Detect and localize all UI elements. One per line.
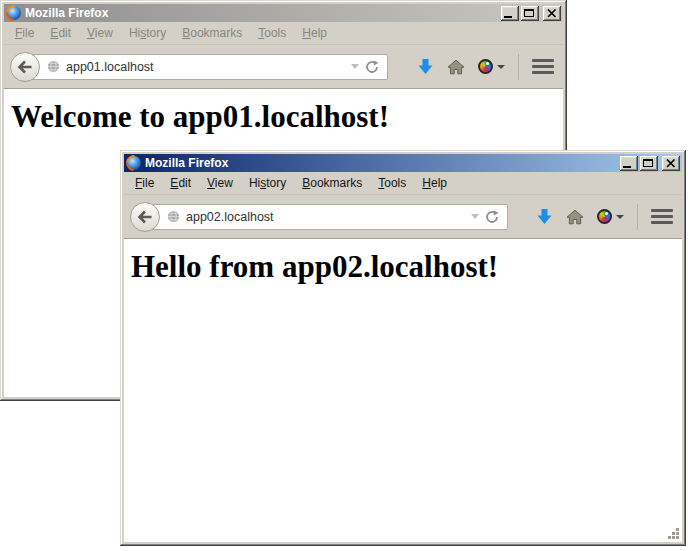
window-app02: Mozilla Firefox File Edit View History B… [120,150,686,546]
toolbar-separator [637,204,638,230]
menubar: File Edit View History Bookmarks Tools H… [124,172,682,195]
home-icon[interactable] [566,209,584,225]
home-icon[interactable] [447,59,465,75]
window-controls [501,6,561,21]
page-heading: Hello from app02.localhost! [131,249,682,285]
addon-dropdown-icon [616,215,624,219]
maximize-icon [524,9,534,17]
menu-label: ookmarks [190,26,242,40]
window-title: Mozilla Firefox [145,154,616,172]
url-input[interactable] [186,210,465,224]
menu-item-edit[interactable]: Edit [162,173,199,193]
menu-icon [651,221,673,224]
menu-item-help[interactable]: Help [414,173,455,193]
menu-label: iew [95,26,113,40]
url-input[interactable] [66,60,345,74]
close-icon [666,159,676,168]
menu-label: ile [142,176,154,190]
menu-item-file[interactable]: File [127,173,162,193]
back-icon [137,210,153,224]
navbar [124,195,682,239]
menu-label: Hi [249,176,260,190]
menu-label: dit [58,26,71,40]
urlbar-dropdown-icon[interactable] [471,214,479,219]
menu-label: V [207,176,215,190]
menu-label: ile [22,26,34,40]
menu-item-view[interactable]: View [199,173,241,193]
menu-item-history[interactable]: History [121,23,174,43]
minimize-icon [623,166,631,168]
menu-label: dit [178,176,191,190]
menu-label: ools [384,176,406,190]
page-content: Hello from app02.localhost! [124,239,682,542]
navbar-right-icons [417,54,554,80]
menu-icon [532,71,554,74]
firefox-icon [7,6,21,20]
addon-button[interactable] [597,209,624,224]
menu-label: Hi [129,26,140,40]
menu-button[interactable] [532,59,554,74]
urlbar-dropdown-icon[interactable] [351,64,359,69]
menu-icon [651,215,673,218]
addon-dropdown-icon [497,65,505,69]
download-icon[interactable] [536,208,553,225]
download-icon[interactable] [417,58,434,75]
maximize-icon [643,159,653,167]
menu-label: elp [431,176,447,190]
menu-label: H [302,26,311,40]
urlbar[interactable] [30,54,388,80]
menubar: File Edit View History Bookmarks Tools H… [4,22,563,45]
reload-icon[interactable] [365,60,379,74]
close-icon [547,9,557,18]
window-controls [620,156,680,171]
minimize-button[interactable] [501,6,519,21]
minimize-icon [504,16,512,18]
menu-button[interactable] [651,209,673,224]
menu-label: tory [146,26,166,40]
titlebar[interactable]: Mozilla Firefox [4,4,563,22]
close-button[interactable] [662,156,680,171]
menu-label: V [87,26,95,40]
color-wheel-icon [597,209,612,224]
close-button[interactable] [543,6,561,21]
urlbar[interactable] [150,204,508,230]
menu-icon [532,65,554,68]
menu-icon [651,209,673,212]
menu-label: H [422,176,431,190]
navbar [4,45,563,89]
maximize-button[interactable] [640,156,658,171]
desktop: { "colors": { "desktop_bg": "#ffffff", "… [0,0,688,551]
menu-label: iew [215,176,233,190]
menu-item-tools[interactable]: Tools [370,173,414,193]
menu-label: ookmarks [310,176,362,190]
titlebar[interactable]: Mozilla Firefox [124,154,682,172]
window-title: Mozilla Firefox [25,4,497,22]
menu-item-bookmarks[interactable]: Bookmarks [174,23,250,43]
addon-button[interactable] [478,59,505,74]
reload-icon[interactable] [485,210,499,224]
menu-label: elp [311,26,327,40]
back-button[interactable] [10,52,40,82]
globe-icon [47,60,60,73]
menu-icon [532,59,554,62]
menu-item-bookmarks[interactable]: Bookmarks [294,173,370,193]
toolbar-separator [518,54,519,80]
maximize-button[interactable] [521,6,539,21]
globe-icon [167,210,180,223]
navbar-right-icons [536,204,673,230]
menu-item-view[interactable]: View [79,23,121,43]
resize-grip-icon[interactable] [667,527,680,540]
menu-label: tory [266,176,286,190]
firefox-icon [127,156,141,170]
menu-item-history[interactable]: History [241,173,294,193]
back-icon [17,60,33,74]
menu-item-tools[interactable]: Tools [250,23,294,43]
page-heading: Welcome to app01.localhost! [11,99,563,135]
minimize-button[interactable] [620,156,638,171]
menu-label: ools [264,26,286,40]
menu-item-help[interactable]: Help [294,23,335,43]
menu-item-file[interactable]: File [7,23,42,43]
back-button[interactable] [130,202,160,232]
menu-item-edit[interactable]: Edit [42,23,79,43]
color-wheel-icon [478,59,493,74]
